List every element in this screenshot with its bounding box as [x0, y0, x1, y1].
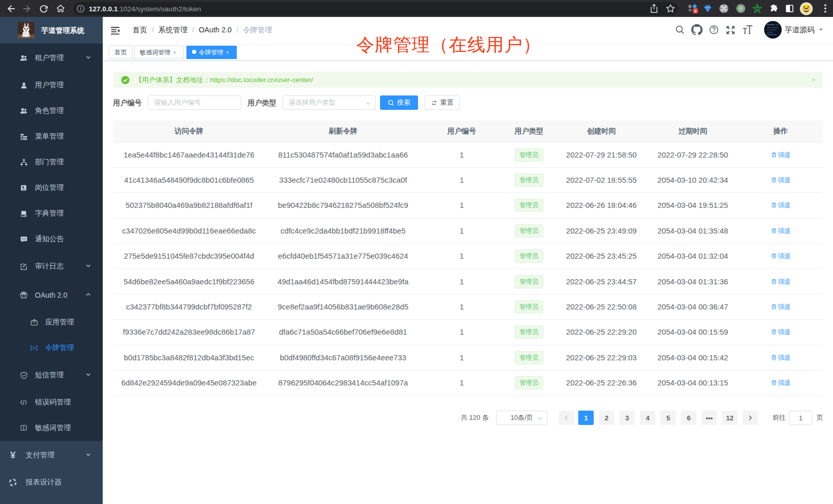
svg-text:9: 9: [694, 8, 697, 13]
